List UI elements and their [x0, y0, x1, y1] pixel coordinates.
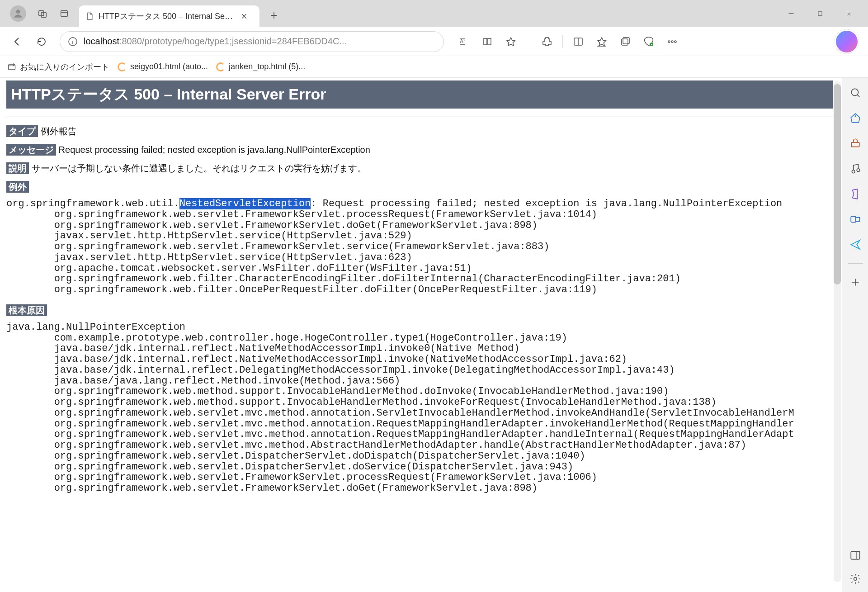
toolbar-separator — [562, 35, 563, 48]
type-value: 例外報告 — [41, 126, 77, 136]
titlebar: HTTPステータス 500 – Internal Serve — [0, 0, 868, 27]
type-label: タイプ — [6, 125, 38, 137]
description-line: 説明 サーバーは予期しない条件に遭遇しました。それはリクエストの実行を妨げます。 — [6, 162, 833, 175]
back-button[interactable] — [6, 31, 28, 52]
profile-avatar[interactable] — [10, 5, 26, 22]
svg-line-30 — [857, 95, 859, 97]
rootcause-label: 根本原因 — [6, 304, 47, 316]
trace1-selected: NestedServletException — [179, 198, 311, 209]
description-value: サーバーは予期しない条件に遭遇しました。それはリクエストの実行を妨げます。 — [32, 163, 366, 173]
send-icon[interactable] — [849, 238, 862, 251]
site-info-icon[interactable] — [66, 35, 79, 48]
svg-point-31 — [854, 115, 856, 117]
svg-text:A⁾: A⁾ — [460, 38, 465, 45]
reader-mode-icon[interactable] — [476, 31, 498, 52]
read-aloud-icon[interactable]: A⁾ — [453, 31, 475, 52]
url-rest: :8080/prototype/hoge/type1;jsessionid=28… — [119, 36, 347, 46]
svg-rect-10 — [818, 12, 822, 15]
favorites-icon[interactable] — [591, 31, 613, 52]
collections-icon[interactable] — [614, 31, 636, 52]
import-favorites-button[interactable]: お気に入りのインポート — [7, 62, 109, 72]
svg-rect-3 — [61, 11, 68, 17]
svg-rect-22 — [622, 39, 628, 45]
message-line: メッセージ Request processing failed; nested … — [6, 144, 833, 156]
exception-stacktrace: org.springframework.web.util.NestedServl… — [6, 199, 833, 295]
bookmark-item-2-label: janken_top.html (5)... — [229, 62, 305, 71]
url-text: localhost:8080/prototype/hoge/type1;jses… — [84, 36, 347, 47]
trace1-post: : Request processing failed; nested exce… — [6, 198, 782, 295]
svg-point-29 — [851, 89, 858, 95]
tab-title: HTTPステータス 500 – Internal Serve — [99, 11, 234, 22]
message-label: メッセージ — [6, 144, 56, 156]
add-rail-icon[interactable] — [849, 275, 862, 289]
rootcause-heading: 根本原因 — [6, 304, 833, 317]
window-minimize-button[interactable] — [777, 3, 806, 24]
bookmark-item-2[interactable]: janken_top.html (5)... — [216, 62, 305, 71]
bookmark-item-1-label: seigyo01.html (auto... — [130, 62, 208, 71]
favicon-spinner-icon — [216, 62, 225, 71]
type-line: タイプ 例外報告 — [6, 125, 833, 137]
office-icon[interactable] — [849, 187, 862, 201]
url-host: localhost — [84, 36, 119, 46]
address-bar[interactable]: localhost:8080/prototype/hoge/type1;jses… — [60, 31, 444, 52]
bookmarks-bar: お気に入りのインポート seigyo01.html (auto... janke… — [0, 56, 868, 78]
split-screen-icon[interactable] — [567, 31, 589, 52]
page-scroll-pane[interactable]: HTTPステータス 500 – Internal Server Error タイ… — [3, 81, 833, 583]
message-value: Request processing failed; nested except… — [59, 145, 370, 155]
search-icon[interactable] — [849, 86, 862, 99]
shopping-tag-icon[interactable] — [849, 111, 862, 125]
tools-icon[interactable] — [849, 137, 862, 150]
toolbar: localhost:8080/prototype/hoge/type1;jses… — [0, 27, 868, 56]
rootcause-stacktrace: java.lang.NullPointerException com.examp… — [6, 322, 833, 494]
more-menu-icon[interactable] — [661, 31, 683, 52]
window-controls — [777, 3, 863, 24]
favorite-star-icon[interactable] — [500, 31, 522, 52]
rail-separator — [848, 263, 863, 264]
svg-point-41 — [854, 578, 857, 581]
svg-rect-28 — [9, 65, 15, 70]
svg-point-25 — [668, 41, 670, 43]
svg-marker-20 — [598, 38, 606, 46]
performance-icon[interactable] — [638, 31, 660, 52]
games-icon[interactable] — [849, 162, 862, 175]
new-tab-button[interactable] — [265, 6, 283, 24]
svg-point-0 — [16, 9, 20, 14]
right-sidebar — [842, 78, 868, 592]
active-tab[interactable]: HTTPステータス 500 – Internal Serve — [79, 5, 259, 27]
outlook-icon[interactable] — [849, 213, 862, 226]
window-close-button[interactable] — [835, 3, 863, 24]
page-icon — [85, 12, 94, 21]
side-panel-icon[interactable] — [849, 549, 862, 562]
description-label: 説明 — [6, 162, 29, 174]
divider — [6, 117, 833, 117]
svg-rect-23 — [623, 38, 629, 44]
error-page: HTTPステータス 500 – Internal Server Error タイ… — [3, 81, 833, 530]
svg-point-33 — [852, 170, 855, 173]
toolbar-actions: A⁾ — [453, 31, 683, 52]
svg-rect-39 — [851, 551, 860, 559]
favicon-spinner-icon — [118, 62, 127, 71]
import-favorites-label: お気に入りのインポート — [20, 62, 109, 72]
trace1-pre: org.springframework.web.util. — [6, 198, 179, 209]
refresh-button[interactable] — [31, 31, 52, 52]
workspaces-icon[interactable] — [32, 3, 53, 24]
svg-point-27 — [675, 41, 676, 43]
vertical-scrollbar-thumb[interactable] — [834, 84, 841, 284]
error-title: HTTPステータス 500 – Internal Server Error — [6, 81, 833, 109]
svg-rect-35 — [851, 217, 856, 223]
exception-label: 例外 — [6, 181, 29, 193]
settings-icon[interactable] — [849, 572, 862, 586]
tab-actions-icon[interactable] — [53, 3, 75, 24]
svg-point-26 — [671, 41, 673, 43]
page-area: HTTPステータス 500 – Internal Server Error タイ… — [0, 78, 842, 592]
svg-marker-17 — [507, 38, 515, 46]
extensions-icon[interactable] — [536, 31, 558, 52]
window-maximize-button[interactable] — [806, 3, 835, 24]
svg-rect-32 — [851, 142, 859, 147]
exception-heading: 例外 — [6, 181, 833, 193]
vertical-scrollbar[interactable] — [834, 81, 841, 582]
bookmark-item-1[interactable]: seigyo01.html (auto... — [118, 62, 208, 71]
copilot-button[interactable] — [835, 29, 859, 54]
tab-close-button[interactable] — [239, 11, 250, 22]
svg-rect-36 — [856, 218, 860, 222]
